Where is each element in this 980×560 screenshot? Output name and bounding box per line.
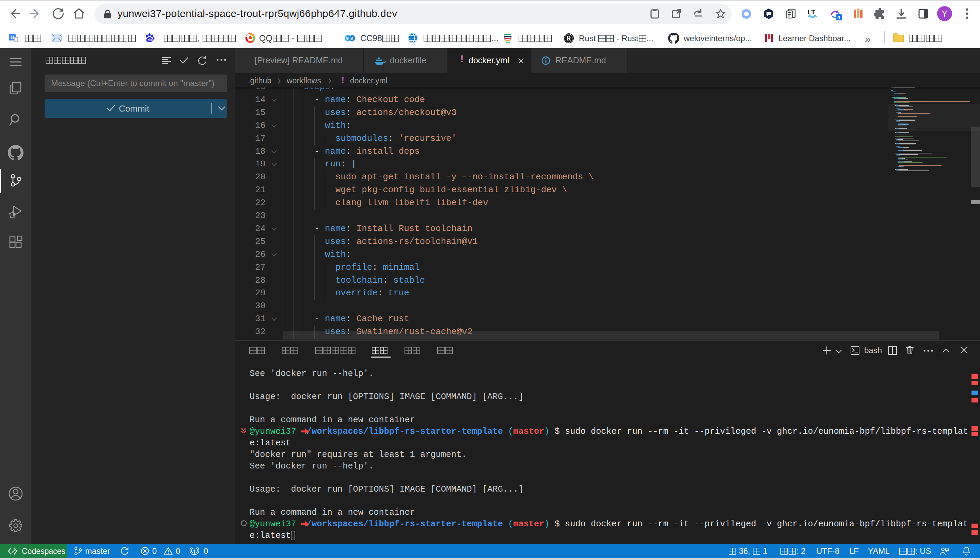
svg-text:R: R [567, 35, 571, 42]
svg-text:0: 0 [837, 15, 840, 20]
svg-text:LT: LT [808, 8, 815, 16]
svg-text:9: 9 [346, 36, 349, 41]
svg-text:du: du [148, 38, 152, 42]
svg-text:8: 8 [350, 36, 353, 41]
